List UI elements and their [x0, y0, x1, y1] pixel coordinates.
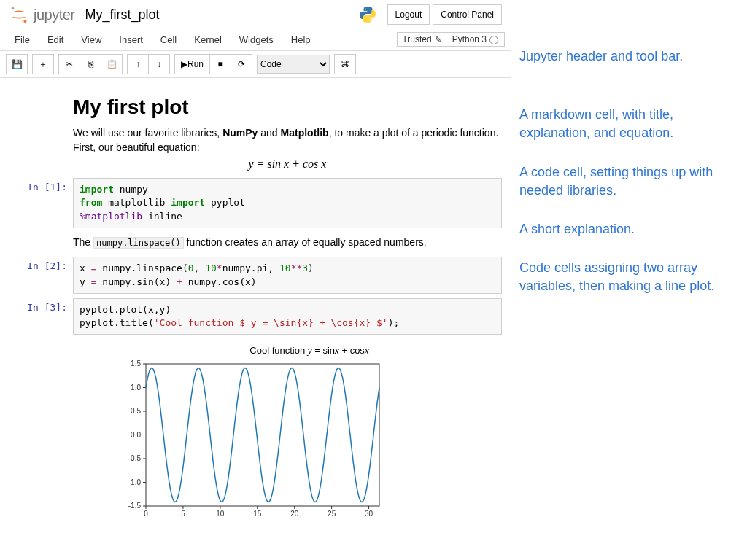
svg-text:5: 5: [181, 510, 185, 518]
md-equation: y = sin x + cos x: [73, 158, 502, 171]
logout-button[interactable]: Logout: [387, 4, 430, 25]
svg-text:15: 15: [253, 510, 262, 518]
svg-text:-0.5: -0.5: [128, 454, 142, 462]
svg-text:1.0: 1.0: [131, 384, 141, 392]
menu-insert[interactable]: Insert: [110, 34, 152, 45]
output-cell-3: Cool function y = sinx + cosx 0510152025…: [9, 339, 502, 527]
svg-point-0: [12, 7, 15, 10]
plot-title: Cool function y = sinx + cosx: [117, 345, 502, 357]
code-cell-1[interactable]: In [1]: import numpy from matplotlib imp…: [9, 178, 502, 228]
svg-text:20: 20: [290, 510, 299, 518]
annotation: A markdown cell, with title, explanation…: [519, 106, 738, 142]
jupyter-logo-icon: [9, 4, 29, 25]
control-panel-button[interactable]: Control Panel: [433, 4, 502, 25]
svg-text:30: 30: [365, 510, 374, 518]
plot-output: Cool function y = sinx + cosx 0510152025…: [117, 345, 502, 527]
menu-cell[interactable]: Cell: [152, 34, 185, 45]
interrupt-button[interactable]: ■: [210, 54, 231, 74]
run-button[interactable]: ▶ Run: [174, 54, 210, 74]
code-input[interactable]: import numpy from matplotlib import pypl…: [73, 178, 502, 228]
line-plot: 051015202530-1.5-1.0-0.50.00.51.01.5: [117, 357, 387, 524]
svg-text:-1.5: -1.5: [128, 502, 142, 510]
menu-kernel[interactable]: Kernel: [185, 34, 231, 45]
svg-text:10: 10: [216, 510, 225, 518]
md-paragraph: The numpy.linspace() function creates an…: [73, 236, 502, 250]
prompt-in-2: In [2]:: [9, 257, 73, 293]
annotation: A code cell, setting things up with need…: [519, 163, 738, 200]
svg-text:0: 0: [144, 510, 148, 518]
prompt-in-1: In [1]:: [9, 178, 73, 228]
svg-text:-1.0: -1.0: [128, 478, 142, 486]
command-palette-button[interactable]: ⌘: [334, 54, 356, 74]
celltype-select[interactable]: Code: [257, 55, 330, 74]
menu-file[interactable]: File: [6, 34, 39, 45]
menu-widgets[interactable]: Widgets: [231, 34, 282, 45]
markdown-cell-1[interactable]: My first plot We will use our favorite l…: [9, 91, 502, 174]
notebook-body: My first plot We will use our favorite l…: [0, 78, 511, 527]
annotation: Code cells assigning two array variables…: [519, 259, 738, 295]
cut-button[interactable]: ✂: [58, 54, 80, 74]
svg-text:25: 25: [328, 510, 336, 518]
annotation: A short explanation.: [519, 220, 738, 238]
toolbar: 💾 ＋ ✂ ⎘ 📋 ↑ ↓ ▶ Run ■ ⟳ Code ⌘: [0, 51, 511, 78]
svg-point-3: [369, 20, 371, 21]
svg-text:0.5: 0.5: [131, 407, 141, 415]
md-title: My first plot: [73, 96, 502, 119]
trusted-indicator[interactable]: Trusted✎: [397, 32, 446, 47]
edit-icon: ✎: [435, 35, 441, 44]
menu-edit[interactable]: Edit: [39, 34, 72, 45]
save-button[interactable]: 💾: [6, 54, 28, 74]
add-cell-button[interactable]: ＋: [32, 54, 54, 74]
restart-button[interactable]: ⟳: [231, 54, 252, 74]
markdown-cell-2[interactable]: The numpy.linspace() function creates an…: [9, 233, 502, 253]
jupyter-main: jupyter My_first_plot Logout Control Pan…: [0, 0, 511, 532]
annotation-panel: Jupyter header and tool bar. A markdown …: [511, 0, 747, 532]
code-input[interactable]: x = numpy.linspace(0, 10*numpy.pi, 10**3…: [73, 257, 502, 293]
kernel-idle-icon: [489, 36, 498, 44]
code-cell-2[interactable]: In [2]: x = numpy.linspace(0, 10*numpy.p…: [9, 257, 502, 293]
code-input[interactable]: pyplot.plot(x,y) pyplot.title('Cool func…: [73, 298, 502, 335]
menu-view[interactable]: View: [72, 34, 110, 45]
svg-point-1: [23, 20, 26, 23]
move-down-button[interactable]: ↓: [149, 54, 170, 74]
jupyter-logo[interactable]: jupyter: [9, 4, 75, 25]
svg-point-2: [364, 8, 365, 9]
menu-bar: File Edit View Insert Cell Kernel Widget…: [0, 28, 511, 51]
move-up-button[interactable]: ↑: [127, 54, 149, 74]
python-icon: [358, 5, 377, 24]
svg-text:1.5: 1.5: [131, 359, 141, 368]
kernel-indicator[interactable]: Python 3: [446, 32, 505, 47]
jupyter-logo-text: jupyter: [34, 7, 75, 23]
notebook-name[interactable]: My_first_plot: [85, 7, 160, 23]
md-paragraph: We will use our favorite libraries, NumP…: [73, 126, 502, 155]
menu-help[interactable]: Help: [282, 34, 320, 45]
copy-button[interactable]: ⎘: [80, 54, 101, 74]
svg-text:0.0: 0.0: [131, 431, 141, 439]
prompt-in-3: In [3]:: [9, 298, 73, 335]
paste-button[interactable]: 📋: [101, 54, 123, 74]
annotation: Jupyter header and tool bar.: [519, 47, 738, 66]
notebook-header: jupyter My_first_plot Logout Control Pan…: [0, 0, 511, 28]
code-cell-3[interactable]: In [3]: pyplot.plot(x,y) pyplot.title('C…: [9, 298, 502, 335]
